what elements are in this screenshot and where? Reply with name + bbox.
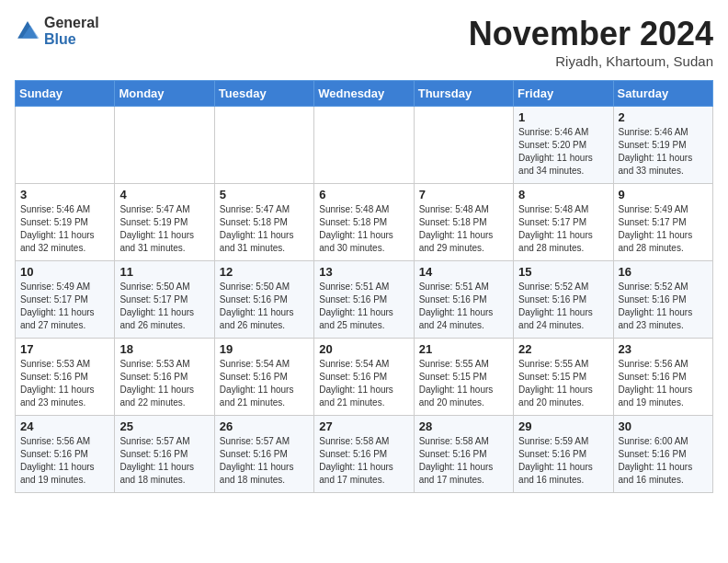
calendar-cell [16,107,115,184]
day-number: 7 [419,188,508,201]
day-info: Sunrise: 5:54 AM Sunset: 5:16 PM Dayligh… [319,358,408,409]
day-number: 5 [220,188,309,201]
day-info: Sunrise: 5:58 AM Sunset: 5:16 PM Dayligh… [319,435,408,487]
calendar-cell: 2Sunrise: 5:46 AM Sunset: 5:19 PM Daylig… [613,107,712,184]
page-header: General Blue November 2024 Riyadh, Khart… [15,15,713,69]
day-number: 12 [220,265,309,279]
calendar-cell: 5Sunrise: 5:47 AM Sunset: 5:18 PM Daylig… [214,184,313,261]
day-number: 9 [619,188,708,201]
day-number: 2 [619,110,708,124]
calendar-cell: 27Sunrise: 5:58 AM Sunset: 5:16 PM Dayli… [314,416,414,493]
day-info: Sunrise: 5:48 AM Sunset: 5:18 PM Dayligh… [419,203,508,255]
calendar-cell: 11Sunrise: 5:50 AM Sunset: 5:17 PM Dayli… [115,261,214,339]
weekday-header-friday: Friday [514,81,613,107]
logo: General Blue [15,15,99,47]
weekday-header-monday: Monday [115,81,214,107]
calendar-week-3: 10Sunrise: 5:49 AM Sunset: 5:17 PM Dayli… [16,261,713,339]
day-number: 4 [119,188,209,201]
day-number: 1 [518,110,608,124]
location-subtitle: Riyadh, Khartoum, Sudan [469,53,713,69]
day-number: 3 [20,188,109,201]
day-number: 10 [20,265,109,279]
day-number: 15 [518,265,608,279]
calendar-cell: 4Sunrise: 5:47 AM Sunset: 5:19 PM Daylig… [115,184,214,261]
day-info: Sunrise: 5:47 AM Sunset: 5:19 PM Dayligh… [119,203,209,255]
weekday-header-saturday: Saturday [613,81,712,107]
day-info: Sunrise: 5:52 AM Sunset: 5:16 PM Dayligh… [619,281,708,332]
calendar-cell: 18Sunrise: 5:53 AM Sunset: 5:16 PM Dayli… [115,339,214,416]
calendar-cell: 12Sunrise: 5:50 AM Sunset: 5:16 PM Dayli… [214,261,313,339]
calendar-cell: 7Sunrise: 5:48 AM Sunset: 5:18 PM Daylig… [414,184,513,261]
day-info: Sunrise: 5:54 AM Sunset: 5:16 PM Dayligh… [220,358,309,409]
weekday-header-sunday: Sunday [16,81,115,107]
day-number: 23 [619,342,708,356]
title-block: November 2024 Riyadh, Khartoum, Sudan [469,15,713,69]
day-info: Sunrise: 5:52 AM Sunset: 5:16 PM Dayligh… [518,281,608,332]
weekday-header-thursday: Thursday [414,81,513,107]
day-info: Sunrise: 5:51 AM Sunset: 5:16 PM Dayligh… [419,281,508,332]
calendar-cell: 19Sunrise: 5:54 AM Sunset: 5:16 PM Dayli… [214,339,313,416]
calendar-table: SundayMondayTuesdayWednesdayThursdayFrid… [15,80,713,493]
day-info: Sunrise: 5:55 AM Sunset: 5:15 PM Dayligh… [419,358,508,409]
day-number: 14 [419,265,508,279]
calendar-cell: 13Sunrise: 5:51 AM Sunset: 5:16 PM Dayli… [314,261,414,339]
day-number: 21 [419,342,508,356]
calendar-cell [115,107,214,184]
logo-general: General [44,15,99,31]
day-info: Sunrise: 5:59 AM Sunset: 5:16 PM Dayligh… [518,435,608,487]
day-number: 6 [319,188,408,201]
day-number: 22 [518,342,608,356]
calendar-cell [214,107,313,184]
day-info: Sunrise: 5:47 AM Sunset: 5:18 PM Dayligh… [220,203,309,255]
day-info: Sunrise: 5:46 AM Sunset: 5:19 PM Dayligh… [619,126,708,178]
calendar-cell: 6Sunrise: 5:48 AM Sunset: 5:18 PM Daylig… [314,184,414,261]
calendar-cell: 16Sunrise: 5:52 AM Sunset: 5:16 PM Dayli… [613,261,712,339]
calendar-week-4: 17Sunrise: 5:53 AM Sunset: 5:16 PM Dayli… [16,339,713,416]
calendar-cell: 28Sunrise: 5:58 AM Sunset: 5:16 PM Dayli… [414,416,513,493]
logo-blue: Blue [44,31,99,48]
day-info: Sunrise: 5:50 AM Sunset: 5:16 PM Dayligh… [220,281,309,332]
calendar-cell: 20Sunrise: 5:54 AM Sunset: 5:16 PM Dayli… [314,339,414,416]
weekday-header-row: SundayMondayTuesdayWednesdayThursdayFrid… [16,81,713,107]
weekday-header-wednesday: Wednesday [314,81,414,107]
calendar-cell: 21Sunrise: 5:55 AM Sunset: 5:15 PM Dayli… [414,339,513,416]
calendar-cell: 3Sunrise: 5:46 AM Sunset: 5:19 PM Daylig… [16,184,115,261]
day-info: Sunrise: 5:53 AM Sunset: 5:16 PM Dayligh… [20,358,109,409]
day-info: Sunrise: 5:56 AM Sunset: 5:16 PM Dayligh… [20,435,109,487]
calendar-cell: 29Sunrise: 5:59 AM Sunset: 5:16 PM Dayli… [514,416,613,493]
calendar-cell [314,107,414,184]
day-info: Sunrise: 5:58 AM Sunset: 5:16 PM Dayligh… [419,435,508,487]
day-number: 16 [619,265,708,279]
day-info: Sunrise: 6:00 AM Sunset: 5:16 PM Dayligh… [619,435,708,487]
day-number: 24 [20,419,109,433]
calendar-cell: 22Sunrise: 5:55 AM Sunset: 5:15 PM Dayli… [514,339,613,416]
day-number: 28 [419,419,508,433]
calendar-cell [414,107,513,184]
day-number: 19 [220,342,309,356]
weekday-header-tuesday: Tuesday [214,81,313,107]
day-info: Sunrise: 5:55 AM Sunset: 5:15 PM Dayligh… [518,358,608,409]
day-number: 26 [220,419,309,433]
logo-text: General Blue [44,15,99,47]
day-number: 27 [319,419,408,433]
calendar-cell: 24Sunrise: 5:56 AM Sunset: 5:16 PM Dayli… [16,416,115,493]
day-info: Sunrise: 5:48 AM Sunset: 5:17 PM Dayligh… [518,203,608,255]
calendar-cell: 15Sunrise: 5:52 AM Sunset: 5:16 PM Dayli… [514,261,613,339]
calendar-body: 1Sunrise: 5:46 AM Sunset: 5:20 PM Daylig… [16,107,713,493]
day-info: Sunrise: 5:48 AM Sunset: 5:18 PM Dayligh… [319,203,408,255]
calendar-cell: 23Sunrise: 5:56 AM Sunset: 5:16 PM Dayli… [613,339,712,416]
calendar-header: SundayMondayTuesdayWednesdayThursdayFrid… [16,81,713,107]
day-info: Sunrise: 5:50 AM Sunset: 5:17 PM Dayligh… [119,281,209,332]
calendar-week-2: 3Sunrise: 5:46 AM Sunset: 5:19 PM Daylig… [16,184,713,261]
day-number: 29 [518,419,608,433]
day-info: Sunrise: 5:49 AM Sunset: 5:17 PM Dayligh… [619,203,708,255]
day-info: Sunrise: 5:53 AM Sunset: 5:16 PM Dayligh… [119,358,209,409]
day-number: 13 [319,265,408,279]
day-number: 25 [119,419,209,433]
day-info: Sunrise: 5:49 AM Sunset: 5:17 PM Dayligh… [20,281,109,332]
day-number: 18 [119,342,209,356]
calendar-cell: 8Sunrise: 5:48 AM Sunset: 5:17 PM Daylig… [514,184,613,261]
calendar-cell: 9Sunrise: 5:49 AM Sunset: 5:17 PM Daylig… [613,184,712,261]
day-info: Sunrise: 5:46 AM Sunset: 5:19 PM Dayligh… [20,203,109,255]
day-number: 8 [518,188,608,201]
